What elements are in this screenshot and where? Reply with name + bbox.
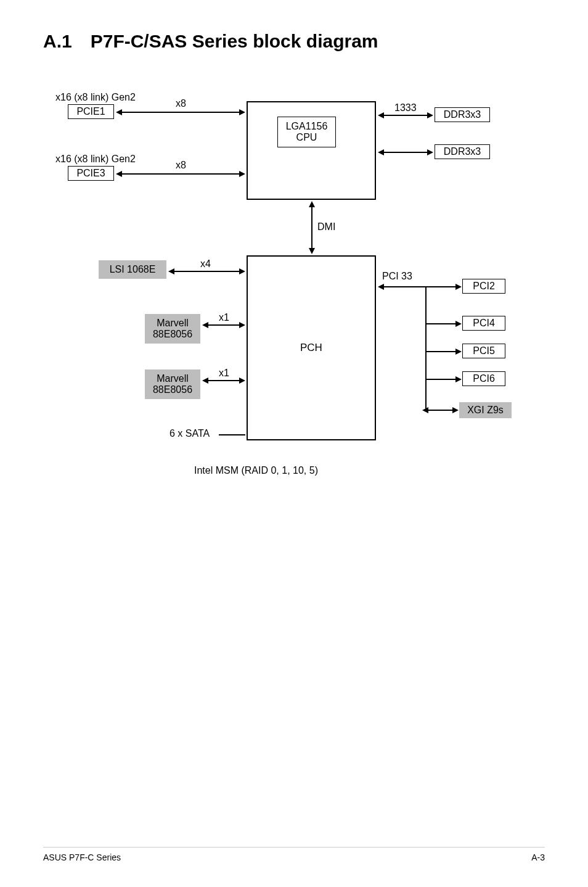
footer-left: ASUS P7F-C Series [43, 852, 121, 862]
raid-label: Intel MSM (RAID 0, 1, 10, 5) [194, 465, 318, 476]
sata-label: 6 x SATA [169, 428, 210, 439]
ddr3-b: DDR3x3 [435, 144, 490, 159]
pcie1-box: PCIE1 [68, 104, 114, 119]
pci4-box: PCI4 [462, 316, 505, 331]
pci2-box: PCI2 [462, 279, 505, 294]
pcie3-box: PCIE3 [68, 166, 114, 181]
pcie1-desc: x16 (x8 link) Gen2 [55, 92, 136, 103]
footer-right: A-3 [531, 852, 545, 862]
section-number: A.1 [43, 31, 72, 52]
cpu-box: LGA1156 CPU [277, 117, 336, 147]
dmi-label: DMI [317, 221, 335, 233]
x4-label: x4 [200, 258, 211, 270]
speed-1333: 1333 [394, 102, 417, 113]
marvell-a: Marvell 88E8056 [145, 314, 200, 344]
footer: ASUS P7F-C Series A-3 [43, 847, 545, 862]
marvell-b: Marvell 88E8056 [145, 369, 200, 399]
page-title: A.1 P7F-C/SAS Series block diagram [43, 31, 545, 52]
xgi-box: XGI Z9s [459, 402, 512, 418]
lsi-box: LSI 1068E [99, 260, 166, 279]
x1-label-a: x1 [219, 312, 229, 323]
cpu-block [247, 101, 376, 200]
x8-label-b: x8 [176, 160, 186, 171]
x1-label-b: x1 [219, 368, 229, 379]
pci5-box: PCI5 [462, 344, 505, 358]
pci33-label: PCI 33 [382, 271, 412, 282]
ddr3-a: DDR3x3 [435, 107, 490, 122]
x8-label-a: x8 [176, 98, 186, 109]
pci6-box: PCI6 [462, 371, 505, 386]
pch-label: PCH [300, 342, 322, 354]
block-diagram: LGA1156 CPU x16 (x8 link) Gen2 PCIE1 x8 … [49, 83, 542, 514]
section-title: P7F-C/SAS Series block diagram [91, 31, 378, 52]
pcie3-desc: x16 (x8 link) Gen2 [55, 154, 136, 165]
